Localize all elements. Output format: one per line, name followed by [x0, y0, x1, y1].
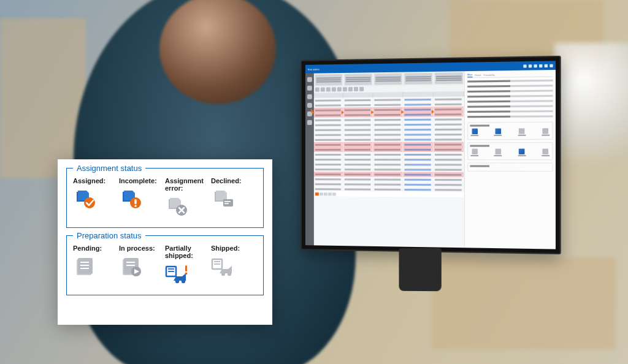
status-declined: Declined: [211, 177, 257, 218]
side-rail [305, 74, 314, 246]
status-assignment-error: Assignment error: [165, 177, 211, 218]
rail-btn[interactable] [307, 86, 312, 91]
svg-point-22 [182, 279, 185, 283]
status-in-process: In process: [119, 245, 165, 285]
toolbar-btn[interactable] [359, 87, 364, 91]
titlebar-icon[interactable] [529, 64, 532, 67]
status-label: Assigned: [73, 177, 105, 184]
main-column [314, 71, 464, 248]
filter-box[interactable] [345, 74, 372, 85]
titlebar-icon[interactable] [539, 64, 542, 67]
svg-point-29 [228, 272, 231, 276]
desk-lamp [554, 43, 628, 165]
svg-rect-11 [80, 265, 89, 266]
titlebar-icon[interactable] [534, 64, 537, 67]
svg-point-0 [84, 197, 95, 208]
filters-row [314, 71, 464, 87]
assignment-status-title: Assignment status [73, 164, 145, 173]
status-label: In process: [119, 245, 155, 252]
tab-traceability[interactable]: Traceability [483, 74, 495, 77]
tab-main[interactable]: Main [467, 74, 472, 77]
detail-panel: Main Detail Traceability [464, 70, 556, 249]
titlebar-icon[interactable] [545, 64, 548, 67]
status-label: Incomplete: [119, 177, 157, 184]
incomplete-icon [119, 188, 144, 210]
toolbar-btn[interactable] [343, 87, 347, 91]
svg-rect-2 [134, 199, 136, 204]
monitor-stand [399, 248, 441, 291]
titlebar-icons [523, 64, 553, 67]
shipped-icon [211, 256, 236, 278]
svg-rect-10 [80, 262, 89, 263]
declined-icon [211, 188, 236, 210]
status-pending: Pending: [73, 245, 119, 285]
status-label: Assignment error: [165, 177, 211, 192]
pending-icon [73, 256, 98, 278]
detail-kv [467, 80, 553, 120]
partially-shipped-icon [165, 263, 190, 285]
svg-rect-15 [126, 262, 135, 263]
orders-table [314, 91, 464, 248]
rail-btn[interactable] [307, 103, 312, 108]
pager[interactable] [314, 191, 464, 197]
assignment-status-mini [467, 122, 553, 140]
svg-point-21 [175, 279, 179, 283]
filter-box[interactable] [374, 74, 402, 85]
app-screen: Exit orders [305, 61, 556, 249]
toolbar-btn[interactable] [337, 87, 342, 91]
rail-btn[interactable] [307, 94, 312, 99]
status-assigned: Assigned: [73, 177, 119, 218]
app-title: Exit orders [308, 67, 320, 70]
svg-point-28 [221, 272, 225, 276]
svg-rect-16 [126, 265, 135, 266]
status-legend-card: Assignment status Assigned: Incomplete: [58, 159, 272, 325]
titlebar-icon[interactable] [523, 64, 526, 67]
assignment-status-fieldset: Assignment status Assigned: Incomplete: [66, 168, 264, 228]
preparation-status-title: Preparation status [73, 231, 145, 240]
status-shipped: Shipped: [211, 245, 257, 285]
tab-detail[interactable]: Detail [475, 74, 480, 77]
monitor: Exit orders [301, 56, 561, 254]
toolbar-btn[interactable] [315, 88, 320, 92]
svg-rect-23 [185, 265, 187, 271]
status-partially-shipped: Partially shipped: [165, 245, 211, 285]
in-process-icon [119, 256, 144, 278]
svg-point-3 [134, 205, 137, 207]
table-row[interactable] [314, 142, 464, 147]
toolbar-btn[interactable] [354, 87, 358, 91]
svg-rect-7 [224, 203, 229, 205]
status-label: Shipped: [211, 245, 240, 252]
table-row[interactable] [314, 157, 464, 162]
preparation-status-mini [467, 142, 553, 160]
toolbar-btn[interactable] [326, 87, 331, 91]
titlebar-icon[interactable] [550, 64, 553, 67]
svg-rect-19 [168, 268, 174, 270]
toolbar-btn[interactable] [321, 88, 325, 92]
assigned-icon [73, 188, 98, 210]
status-incomplete: Incomplete: [119, 177, 165, 218]
detail-tabs: Main Detail Traceability [467, 72, 553, 78]
rail-btn[interactable] [307, 120, 312, 125]
status-label: Pending: [73, 245, 102, 252]
table-row[interactable] [314, 147, 464, 152]
svg-rect-6 [224, 201, 231, 202]
filter-box[interactable] [435, 72, 463, 84]
filter-box[interactable] [404, 73, 432, 85]
rail-btn[interactable] [307, 77, 312, 82]
table-row[interactable] [314, 152, 464, 157]
status-label: Declined: [211, 177, 242, 184]
toolbar-btn[interactable] [348, 87, 353, 91]
svg-rect-12 [80, 268, 89, 269]
svg-rect-5 [223, 199, 233, 207]
status-label: Partially shipped: [165, 245, 211, 259]
toolbar-btn[interactable] [332, 87, 336, 91]
preparation-status-fieldset: Preparation status Pending: In process: [66, 235, 264, 295]
extra-mini [467, 162, 553, 172]
svg-rect-20 [168, 271, 174, 272]
assignment-error-icon [165, 195, 190, 218]
svg-rect-27 [214, 264, 220, 265]
svg-rect-26 [214, 261, 220, 262]
svg-point-24 [185, 273, 188, 275]
filter-box[interactable] [315, 74, 342, 86]
